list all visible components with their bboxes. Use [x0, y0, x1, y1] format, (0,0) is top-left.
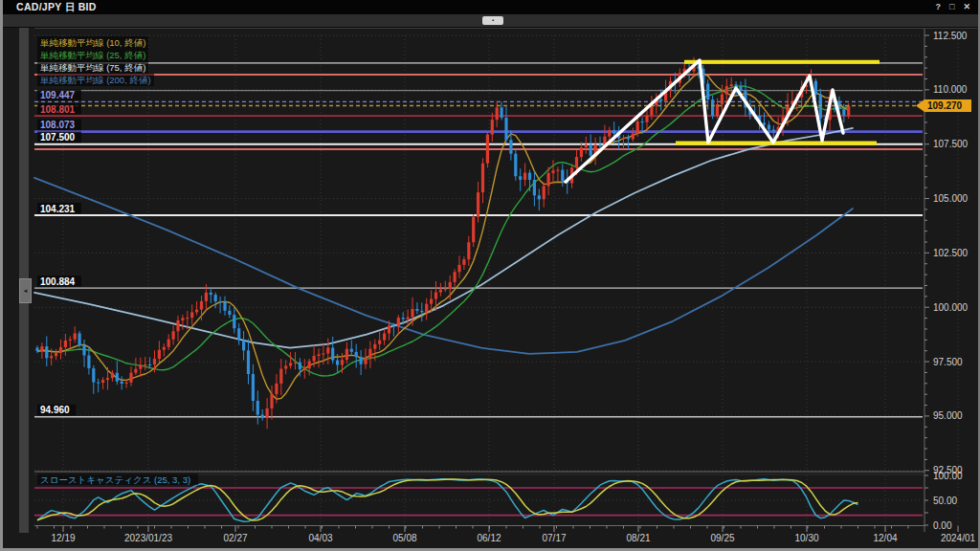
svg-text:2023/01/23: 2023/01/23	[124, 533, 172, 543]
moving-average-lines	[34, 73, 853, 399]
svg-text:107.500: 107.500	[933, 139, 969, 149]
app-window: CAD/JPY 日 BID ?□✕ ▪ ◂ 単純移動平均線 (10, 終値)単純…	[0, 0, 980, 551]
legend-item-ma-1[interactable]: 単純移動平均線 (25, 終値)	[37, 49, 148, 61]
svg-text:102.500: 102.500	[933, 248, 969, 258]
svg-text:12/04: 12/04	[873, 533, 897, 543]
candles-layer	[35, 57, 850, 429]
svg-text:100.884: 100.884	[40, 276, 76, 287]
svg-text:04/03: 04/03	[308, 533, 332, 543]
price-level-labels: 109.447108.801108.073107.500104.231100.8…	[37, 89, 81, 415]
ma-legend: 単純移動平均線 (10, 終値)単純移動平均線 (25, 終値)単純移動平均線 …	[37, 36, 154, 86]
svg-text:09/25: 09/25	[710, 533, 734, 543]
svg-text:100.000: 100.000	[933, 302, 969, 313]
svg-text:0.00: 0.00	[933, 520, 952, 531]
legend-item-ma-0[interactable]: 単純移動平均線 (10, 終値)	[37, 36, 148, 49]
time-axis: 12/192023/01/2302/2704/0305/0806/1207/17…	[37, 526, 976, 544]
svg-text:108.801: 108.801	[40, 104, 76, 115]
svg-text:109.270: 109.270	[927, 100, 963, 111]
svg-text:スローストキャスティクス (25, 3, 3): スローストキャスティクス (25, 3, 3)	[40, 474, 190, 485]
svg-text:107.500: 107.500	[40, 132, 76, 143]
svg-text:100.00: 100.00	[933, 471, 963, 481]
svg-text:104.231: 104.231	[40, 204, 76, 214]
svg-text:06/12: 06/12	[477, 533, 501, 543]
legend-item-ma-3[interactable]: 単純移動平均線 (200, 終値)	[37, 74, 154, 86]
svg-text:2024/01: 2024/01	[941, 533, 976, 543]
legend-item-ma-2[interactable]: 単純移動平均線 (75, 終値)	[37, 61, 148, 74]
svg-text:109.447: 109.447	[40, 90, 76, 100]
svg-text:05/08: 05/08	[392, 533, 416, 543]
svg-text:12/19: 12/19	[51, 533, 75, 543]
current-price-tag: 109.270	[916, 99, 971, 112]
chart-window: CAD/JPY 日 BID ?□✕ ▪ ◂ 単純移動平均線 (10, 終値)単純…	[0, 0, 980, 551]
svg-text:105.000: 105.000	[933, 193, 969, 204]
svg-text:50.00: 50.00	[933, 496, 957, 506]
svg-text:94.960: 94.960	[40, 405, 70, 415]
svg-text:10/30: 10/30	[794, 533, 818, 543]
svg-text:07/17: 07/17	[542, 533, 566, 543]
stochastics-label: スローストキャスティクス (25, 3, 3)	[37, 474, 198, 485]
svg-text:108.073: 108.073	[40, 120, 76, 130]
svg-text:02/27: 02/27	[223, 533, 247, 543]
price-axis: 112.500110.000107.500105.000102.500100.0…	[924, 31, 969, 476]
svg-text:112.500: 112.500	[933, 31, 968, 41]
svg-text:97.500: 97.500	[933, 357, 963, 367]
svg-text:08/21: 08/21	[626, 533, 650, 543]
svg-text:95.000: 95.000	[933, 410, 963, 421]
svg-text:110.000: 110.000	[933, 84, 968, 95]
side-panel-toggle-button[interactable]: ◂	[19, 278, 32, 303]
